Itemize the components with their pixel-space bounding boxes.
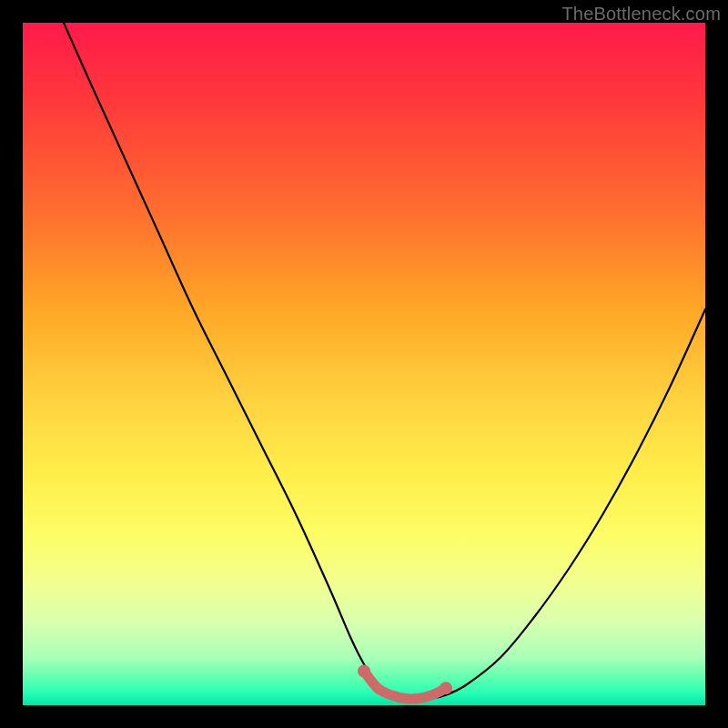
optimal-zone-end-dot: [358, 665, 370, 678]
watermark-text: TheBottleneck.com: [561, 4, 721, 25]
optimal-zone-end-dot: [440, 682, 452, 694]
curve-svg: [23, 23, 705, 705]
optimal-zone-marker: [364, 672, 446, 700]
plot-area: [23, 23, 705, 705]
chart-frame: TheBottleneck.com: [0, 0, 728, 728]
bottleneck-curve: [64, 23, 705, 699]
